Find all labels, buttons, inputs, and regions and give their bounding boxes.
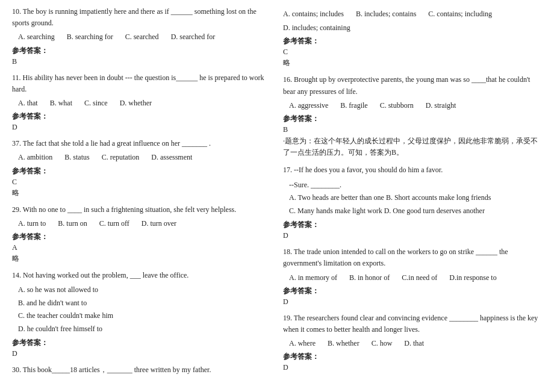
question-30: 30. This book_____18 articles，_______ th…: [12, 364, 271, 376]
q37-option-b: B. status: [64, 152, 89, 163]
q19-option-a: A. where: [289, 338, 316, 349]
q17-sub-line-1: A. Two heads are better than one B. Shor…: [289, 191, 542, 205]
q19-answer: D: [283, 363, 542, 372]
q37-text: 37. The fact that she told a lie had a g…: [12, 138, 271, 149]
q11-option-d: D. whether: [120, 98, 152, 109]
question-18: 18. The trade union intended to call on …: [283, 246, 542, 306]
q14-sub-d: D. he couldn't free himself to: [18, 323, 271, 336]
q14-sub-b: B. and he didn't want to: [18, 297, 271, 310]
q37-answer: C: [12, 178, 271, 187]
q11-option-c: C. since: [84, 98, 108, 109]
q37-option-c: C. reputation: [102, 152, 140, 163]
q15-answer-label: 参考答案：: [283, 36, 542, 46]
question-29: 29. With no one to ____ in such a fright…: [12, 204, 271, 264]
q29-option-a: A. turn to: [18, 218, 46, 229]
q29-answer-label: 参考答案：: [12, 232, 271, 242]
left-column: 10. The boy is running impatiently here …: [12, 6, 271, 382]
question-17: 17. --If he does you a favor, you should…: [283, 164, 542, 240]
q15-answer: C: [283, 48, 542, 57]
q37-options: A. ambition B. status C. reputation D. a…: [18, 152, 271, 163]
q29-options: A. turn to B. turn on C. turn off D. tur…: [18, 218, 271, 229]
q16-note: ·题意为：在这个年轻人的成长过程中，父母过度保护，因此他非常脆弱，承受不了一点生…: [283, 135, 542, 158]
q19-answer-label: 参考答案：: [283, 352, 542, 362]
q37-note: 略: [12, 188, 271, 198]
q11-answer-label: 参考答案：: [12, 111, 271, 122]
q15-note: 略: [283, 58, 542, 68]
q18-option-d: D.in response to: [449, 272, 496, 284]
q16-option-a: A. aggressive: [289, 100, 328, 111]
q14-text: 14. Not having worked out the problem, _…: [12, 270, 271, 281]
q10-option-a: A. searching: [18, 31, 55, 43]
q29-text: 29. With no one to ____ in such a fright…: [12, 204, 271, 216]
q18-option-c: C.in need of: [402, 272, 437, 284]
page: 10. The boy is running impatiently here …: [12, 6, 542, 382]
q15-options: A. contains; includes B. includes; conta…: [283, 8, 542, 34]
q15-option-b: B. includes; contains: [356, 8, 416, 20]
q14-sub-a: A. so he was not allowed to: [18, 284, 271, 297]
q18-answer-label: 参考答案：: [283, 286, 542, 296]
question-14: 14. Not having worked out the problem, _…: [12, 270, 271, 359]
q29-option-c: C. turn off: [99, 218, 129, 229]
q16-answer: B: [283, 125, 542, 134]
q29-option-b: B. turn on: [58, 218, 87, 229]
q29-answer: A: [12, 243, 271, 252]
q10-answer-label: 参考答案：: [12, 46, 271, 56]
q37-option-a: A. ambition: [18, 152, 52, 163]
q16-options: A. aggressive B. fragile C. stubborn D. …: [289, 100, 542, 111]
q10-option-d: D. searched for: [171, 31, 216, 43]
right-column: A. contains; includes B. includes; conta…: [283, 6, 542, 382]
q14-sub-c: C. the teacher couldn't make him: [18, 310, 271, 323]
q37-option-d: D. assessment: [151, 152, 192, 163]
q10-option-c: C. searched: [125, 31, 159, 43]
q16-answer-label: 参考答案：: [283, 114, 542, 124]
q19-option-c: C. how: [372, 338, 393, 349]
q29-note: 略: [12, 254, 271, 264]
q17-sub-lines: --Sure. ________. A. Two heads are bette…: [289, 179, 542, 218]
q19-option-b: B. whether: [328, 338, 359, 349]
q11-option-a: A. that: [18, 98, 38, 109]
question-15-options: A. contains; includes B. includes; conta…: [283, 8, 542, 68]
q10-text: 10. The boy is running impatiently here …: [12, 6, 271, 29]
q11-answer: D: [12, 123, 271, 132]
q18-answer: D: [283, 297, 542, 306]
q37-answer-label: 参考答案：: [12, 166, 271, 176]
q10-options: A. searching B. searching for C. searche…: [18, 31, 271, 43]
q14-answer: D: [12, 349, 271, 358]
q18-options: A. in memory of B. in honor of C.in need…: [289, 272, 542, 284]
q11-text: 11. His ability has never been in doubt …: [12, 72, 271, 95]
question-11: 11. His ability has never been in doubt …: [12, 72, 271, 132]
q11-option-b: B. what: [50, 98, 72, 109]
question-19: 19. The researchers found clear and conv…: [283, 313, 542, 373]
question-10: 10. The boy is running impatiently here …: [12, 6, 271, 66]
q16-option-b: B. fragile: [340, 100, 367, 111]
q16-option-c: C. stubborn: [380, 100, 414, 111]
q29-option-d: D. turn over: [142, 218, 176, 229]
q19-options: A. where B. whether C. how D. that: [289, 338, 542, 349]
q17-sub-line-2: C. Many hands make light work D. One goo…: [289, 205, 542, 218]
q19-text: 19. The researchers found clear and conv…: [283, 313, 542, 335]
q17-text: 17. --If he does you a favor, you should…: [283, 164, 542, 176]
q16-text: 16. Brought up by overprotective parents…: [283, 74, 542, 97]
q18-option-a: A. in memory of: [289, 272, 337, 284]
q30-text: 30. This book_____18 articles，_______ th…: [12, 364, 271, 376]
q14-sub-options: A. so he was not allowed to B. and he di…: [18, 284, 271, 335]
q17-answer: D: [283, 231, 542, 240]
q15-option-c: C. contains; including: [428, 8, 492, 20]
q18-text: 18. The trade union intended to call on …: [283, 246, 542, 269]
q16-option-d: D. straight: [426, 100, 456, 111]
q10-option-b: B. searching for: [67, 31, 113, 43]
q17-sub-line-0: --Sure. ________.: [289, 179, 542, 192]
q10-answer: B: [12, 57, 271, 66]
question-37: 37. The fact that she told a lie had a g…: [12, 138, 271, 198]
question-16: 16. Brought up by overprotective parents…: [283, 74, 542, 158]
q17-answer-label: 参考答案：: [283, 220, 542, 230]
q11-options: A. that B. what C. since D. whether: [18, 98, 271, 109]
q19-option-d: D. that: [404, 338, 424, 349]
q14-answer-label: 参考答案：: [12, 338, 271, 348]
q18-option-b: B. in honor of: [349, 272, 390, 284]
q15-option-d: D. includes; containing: [283, 22, 350, 34]
q15-option-a: A. contains; includes: [283, 8, 344, 20]
